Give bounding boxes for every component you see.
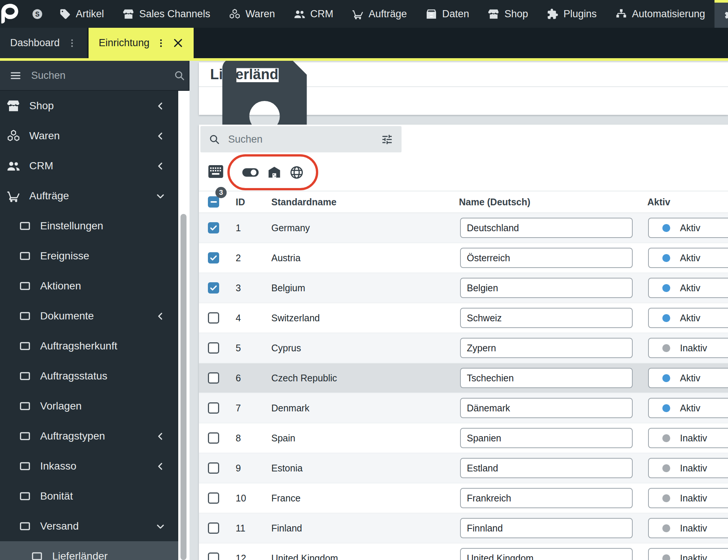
row-checkbox[interactable] (208, 342, 219, 354)
sidebar-scrollbar-thumb[interactable] (180, 214, 187, 560)
chevron-left-icon (155, 311, 165, 321)
row-checkbox[interactable] (208, 522, 219, 534)
active-select[interactable]: Inaktiv (648, 488, 728, 508)
warehouse-icon[interactable] (268, 166, 281, 179)
table-row[interactable]: 10 France Inaktiv (199, 483, 728, 513)
filter-tune-icon[interactable] (381, 133, 393, 146)
table-row[interactable]: 2 Austria Aktiv (199, 243, 728, 273)
active-select[interactable]: Aktiv (648, 248, 728, 268)
tag-icon (59, 8, 71, 20)
column-header-id[interactable]: ID (236, 197, 271, 208)
name-de-input[interactable] (460, 488, 633, 508)
cell-id: 10 (236, 493, 271, 504)
active-select[interactable]: Inaktiv (648, 338, 728, 358)
table-row[interactable]: 6 Czech Republic Aktiv (199, 363, 728, 393)
name-de-input[interactable] (460, 218, 633, 238)
active-select[interactable]: Inaktiv (648, 458, 728, 478)
nav-item-shop[interactable]: Shop (478, 0, 537, 28)
sidebar-item-auftragsstatus[interactable]: Auftragsstatus (0, 361, 178, 391)
globe-icon[interactable] (289, 165, 304, 180)
row-checkbox[interactable] (208, 222, 219, 233)
table-row[interactable]: 4 Switzerland Aktiv (199, 303, 728, 333)
toggle-active-icon[interactable] (242, 167, 259, 178)
table-row[interactable]: 9 Estonia Inaktiv (199, 453, 728, 483)
active-select[interactable]: Aktiv (648, 278, 728, 298)
table-row[interactable]: 8 Spain Inaktiv (199, 423, 728, 453)
sidebar-item-vorlagen[interactable]: Vorlagen (0, 391, 178, 421)
sidebar-item-crm[interactable]: CRM (0, 151, 178, 181)
sidebar-search-input[interactable] (31, 70, 164, 81)
nav-item-plugins[interactable]: Plugins (537, 0, 606, 28)
sidebar-item-auftragsherkunft[interactable]: Auftragsherkunft (0, 331, 178, 361)
name-de-input[interactable] (460, 278, 633, 298)
close-icon[interactable] (173, 38, 184, 48)
sidebar-item-einstellungen[interactable]: Einstellungen (0, 211, 178, 241)
column-header-standardname[interactable]: Standardname (271, 197, 459, 208)
row-checkbox[interactable] (208, 402, 219, 414)
table-search-input[interactable] (228, 134, 373, 145)
table-row[interactable]: 12 United Kingdom Inaktiv (199, 543, 728, 560)
name-de-input[interactable] (460, 338, 633, 358)
sidebar-item-ereignisse[interactable]: Ereignisse (0, 241, 178, 271)
name-de-input[interactable] (460, 248, 633, 268)
nav-item-artikel[interactable]: Artikel (50, 0, 113, 28)
keyboard-shortcuts-icon[interactable] (208, 165, 224, 178)
row-checkbox[interactable] (208, 282, 219, 294)
sidebar-item-shop[interactable]: Shop (0, 91, 178, 121)
table-row[interactable]: 1 Germany Aktiv (199, 213, 728, 243)
column-header-name-de[interactable]: Name (Deutsch) (459, 197, 637, 208)
row-checkbox[interactable] (208, 492, 219, 504)
active-select[interactable]: Aktiv (648, 308, 728, 328)
name-de-input[interactable] (460, 368, 633, 388)
sidebar-item-aktionen[interactable]: Aktionen (0, 271, 178, 301)
row-checkbox[interactable] (208, 552, 219, 560)
sidebar-item-dokumente[interactable]: Dokumente (0, 301, 178, 331)
tab-dashboard[interactable]: Dashboard (0, 28, 87, 58)
row-checkbox[interactable] (208, 462, 219, 474)
sidebar-item-auftragstypen[interactable]: Auftragstypen (0, 421, 178, 451)
name-de-input[interactable] (460, 458, 633, 478)
kebab-menu-icon[interactable] (156, 38, 166, 48)
search-icon[interactable] (174, 70, 185, 81)
active-select[interactable]: Inaktiv (648, 548, 728, 560)
active-select[interactable]: Inaktiv (648, 518, 728, 538)
select-all-checkbox[interactable] (208, 196, 219, 208)
sidebar-item-lieferl-nder[interactable]: Lieferländer (0, 541, 178, 560)
active-select[interactable]: Aktiv (648, 218, 728, 238)
menu-hamburger-icon[interactable] (10, 70, 21, 81)
name-de-input[interactable] (460, 548, 633, 560)
tab-einrichtung[interactable]: Einrichtung (89, 28, 194, 58)
active-select[interactable]: Inaktiv (648, 428, 728, 448)
row-checkbox[interactable] (208, 252, 219, 263)
table-row[interactable]: 11 Finland Inaktiv (199, 513, 728, 543)
nav-item-waren[interactable]: Waren (220, 0, 284, 28)
table-row[interactable]: 7 Denmark Aktiv (199, 393, 728, 423)
active-select[interactable]: Aktiv (648, 398, 728, 418)
sidebar-item-versand[interactable]: Versand (0, 511, 178, 541)
table-row[interactable]: 3 Belgium Aktiv (199, 273, 728, 303)
row-checkbox[interactable] (208, 432, 219, 444)
name-de-input[interactable] (460, 518, 633, 538)
status-dot-icon (662, 314, 670, 322)
table-row[interactable]: 5 Cyprus Inaktiv (199, 333, 728, 363)
nav-item-s-coin[interactable]: S (25, 0, 50, 28)
name-de-input[interactable] (460, 398, 633, 418)
nav-item-automatisierung[interactable]: Automatisierung (606, 0, 714, 28)
active-select[interactable]: Aktiv (648, 368, 728, 388)
row-checkbox[interactable] (208, 372, 219, 384)
row-checkbox[interactable] (208, 312, 219, 324)
nav-item-daten[interactable]: Daten (416, 0, 478, 28)
nav-item-auftr-ge[interactable]: Aufträge (343, 0, 416, 28)
sidebar-item-inkasso[interactable]: Inkasso (0, 451, 178, 481)
sidebar-item-bonit-t[interactable]: Bonität (0, 481, 178, 511)
app-logo[interactable] (0, 0, 20, 28)
sidebar-item-waren[interactable]: Waren (0, 121, 178, 151)
nav-item-einrichtung[interactable]: Einrichtung (714, 0, 728, 28)
nav-item-sales-channels[interactable]: Sales Channels (113, 0, 220, 28)
nav-item-crm[interactable]: CRM (284, 0, 343, 28)
kebab-menu-icon[interactable] (67, 38, 77, 48)
name-de-input[interactable] (460, 308, 633, 328)
sidebar-item-auftr-ge[interactable]: Aufträge (0, 181, 178, 211)
name-de-input[interactable] (460, 428, 633, 448)
column-header-aktiv[interactable]: Aktiv (637, 197, 728, 208)
